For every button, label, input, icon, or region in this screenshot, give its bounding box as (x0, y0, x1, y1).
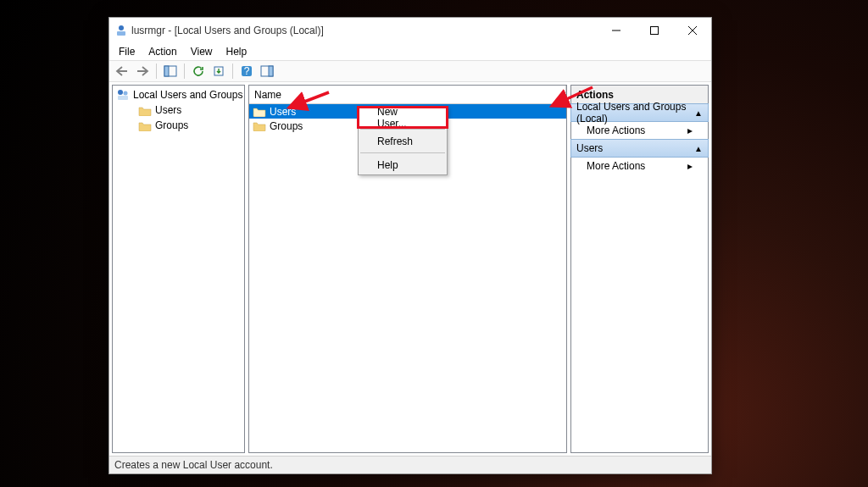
actions-section-users-label: Users (576, 142, 603, 154)
actions-more-users-label: More Actions (587, 160, 645, 172)
maximize-button[interactable] (635, 18, 673, 43)
statusbar-text: Creates a new Local User account. (114, 459, 273, 471)
collapse-arrow-icon: ▲ (694, 144, 703, 153)
list-pane[interactable]: Name Users Groups New User... (248, 85, 567, 453)
svg-rect-1 (117, 31, 125, 36)
folder-icon (253, 119, 266, 133)
show-hide-tree-button[interactable] (161, 62, 180, 80)
list-row-groups-label: Groups (270, 120, 303, 132)
window-caption-buttons (597, 18, 711, 43)
actions-section-root[interactable]: Local Users and Groups (Local) ▲ (570, 103, 709, 122)
menu-view[interactable]: View (185, 44, 219, 59)
mmc-window: lusrmgr - [Local Users and Groups (Local… (108, 17, 712, 474)
back-button[interactable] (113, 62, 131, 80)
close-button[interactable] (673, 18, 711, 43)
refresh-button[interactable] (189, 62, 208, 80)
folder-icon (138, 119, 152, 132)
ctx-new-user[interactable]: New User... (359, 108, 447, 127)
show-hide-action-pane-button[interactable] (258, 62, 276, 80)
svg-rect-2 (650, 27, 658, 35)
list-row-users-label: Users (270, 106, 296, 118)
toolbar-separator (232, 64, 233, 79)
column-name[interactable]: Name (249, 86, 566, 103)
svg-text:?: ? (244, 65, 250, 77)
ctx-help[interactable]: Help (359, 155, 447, 174)
forward-button[interactable] (133, 62, 152, 80)
tree-node-users[interactable]: Users (113, 102, 244, 118)
ctx-help-label: Help (377, 159, 398, 171)
statusbar: Creates a new Local User account. (109, 457, 711, 473)
actions-pane: Actions Local Users and Groups (Local) ▲… (570, 85, 709, 453)
window-title: lusrmgr - [Local Users and Groups (Local… (128, 25, 597, 36)
minimize-button[interactable] (597, 18, 635, 43)
collapse-arrow-icon: ▲ (694, 108, 703, 118)
body-panes: Local Users and Groups (Local) Users Gro… (109, 82, 711, 457)
svg-point-0 (119, 25, 124, 30)
context-menu: New User... Refresh Help (358, 107, 448, 175)
toolbar-separator (156, 64, 157, 79)
ctx-new-user-label: New User... (377, 106, 428, 130)
menu-action[interactable]: Action (142, 44, 182, 59)
actions-more-users[interactable]: More Actions ▸ (571, 157, 708, 175)
folder-icon (253, 105, 266, 119)
tree-node-users-label: Users (155, 104, 181, 116)
tree-pane[interactable]: Local Users and Groups (Local) Users Gro… (112, 85, 245, 453)
folder-icon (138, 103, 152, 117)
tree-node-root[interactable]: Local Users and Groups (Local) (113, 87, 244, 102)
menu-file[interactable]: File (113, 44, 141, 59)
ctx-refresh-label: Refresh (377, 136, 413, 147)
svg-rect-9 (269, 66, 273, 76)
submenu-arrow-icon: ▸ (687, 125, 693, 136)
toolbar: ? (109, 60, 711, 82)
help-button[interactable]: ? (237, 62, 256, 80)
svg-rect-4 (164, 66, 169, 76)
submenu-arrow-icon: ▸ (687, 160, 693, 172)
actions-more-root[interactable]: More Actions ▸ (571, 121, 708, 140)
tree-root: Local Users and Groups (Local) Users Gro… (113, 86, 244, 135)
tree-node-groups-label: Groups (155, 119, 188, 131)
svg-rect-12 (118, 96, 128, 100)
svg-point-10 (118, 90, 123, 95)
toolbar-separator (184, 64, 185, 79)
actions-more-root-label: More Actions (587, 125, 645, 136)
menubar: File Action View Help (109, 43, 711, 60)
list-header[interactable]: Name (249, 86, 566, 104)
tree-node-root-label: Local Users and Groups (Local) (133, 89, 245, 101)
titlebar[interactable]: lusrmgr - [Local Users and Groups (Local… (109, 18, 711, 43)
export-list-button[interactable] (209, 62, 228, 80)
app-icon (114, 24, 128, 37)
users-groups-icon (116, 88, 130, 102)
actions-section-users[interactable]: Users ▲ (570, 139, 709, 158)
svg-point-11 (124, 91, 128, 96)
ctx-separator (360, 152, 445, 153)
menu-help[interactable]: Help (220, 44, 253, 59)
tree-node-groups[interactable]: Groups (113, 118, 244, 133)
ctx-refresh[interactable]: Refresh (359, 131, 447, 151)
